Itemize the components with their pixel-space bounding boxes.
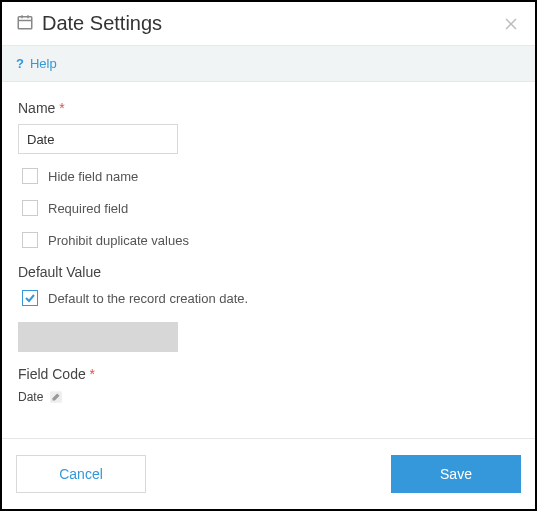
required-mark: * bbox=[59, 100, 64, 116]
required-field-label[interactable]: Required field bbox=[48, 201, 128, 216]
date-settings-modal: Date Settings ? Help Name * Hide field n… bbox=[0, 0, 537, 511]
date-field-icon bbox=[16, 13, 34, 34]
help-bar: ? Help bbox=[2, 45, 535, 82]
svg-rect-0 bbox=[18, 17, 32, 29]
save-button[interactable]: Save bbox=[391, 455, 521, 493]
help-link[interactable]: Help bbox=[30, 56, 57, 71]
cancel-button[interactable]: Cancel bbox=[16, 455, 146, 493]
hide-field-name-checkbox[interactable] bbox=[22, 168, 38, 184]
name-input[interactable] bbox=[18, 124, 178, 154]
hide-field-name-row: Hide field name bbox=[22, 168, 519, 184]
name-label-text: Name bbox=[18, 100, 55, 116]
modal-footer: Cancel Save bbox=[2, 438, 535, 509]
modal-content: Name * Hide field name Required field Pr… bbox=[2, 82, 535, 438]
default-value-input-disabled bbox=[18, 322, 178, 352]
modal-header: Date Settings bbox=[2, 2, 535, 45]
default-to-creation-label[interactable]: Default to the record creation date. bbox=[48, 291, 248, 306]
default-to-creation-checkbox[interactable] bbox=[22, 290, 38, 306]
field-code-label: Field Code * bbox=[18, 366, 519, 382]
prohibit-duplicates-checkbox[interactable] bbox=[22, 232, 38, 248]
name-label: Name * bbox=[18, 100, 519, 116]
prohibit-duplicates-row: Prohibit duplicate values bbox=[22, 232, 519, 248]
field-code-row: Date bbox=[18, 390, 519, 404]
field-code-label-text: Field Code bbox=[18, 366, 86, 382]
hide-field-name-label[interactable]: Hide field name bbox=[48, 169, 138, 184]
required-field-checkbox[interactable] bbox=[22, 200, 38, 216]
close-button[interactable] bbox=[501, 14, 521, 34]
default-value-label: Default Value bbox=[18, 264, 519, 280]
field-code-value: Date bbox=[18, 390, 43, 404]
edit-field-code-button[interactable] bbox=[49, 390, 63, 404]
help-icon: ? bbox=[16, 56, 24, 71]
prohibit-duplicates-label[interactable]: Prohibit duplicate values bbox=[48, 233, 189, 248]
required-mark: * bbox=[90, 366, 95, 382]
modal-title: Date Settings bbox=[42, 12, 501, 35]
default-to-creation-row: Default to the record creation date. bbox=[22, 290, 519, 306]
required-field-row: Required field bbox=[22, 200, 519, 216]
